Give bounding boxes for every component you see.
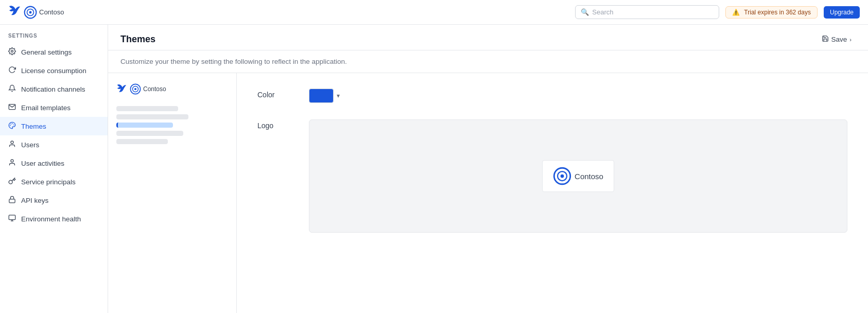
sidebar-label-service-principals: Service principals [21, 178, 76, 186]
theme-settings-panel: Color ▾ Logo [237, 73, 868, 313]
preview-bar-active [116, 123, 173, 128]
logo-upload-area[interactable]: Contoso [309, 119, 847, 233]
preview-bar-1 [116, 106, 178, 111]
topbar: Contoso 🔍 Search ⚠️ Trial expires in 362… [0, 0, 868, 25]
color-picker[interactable]: ▾ [309, 89, 340, 103]
logo-preview-box: Contoso [542, 160, 614, 192]
mail-icon [8, 103, 16, 112]
palette-icon [8, 121, 16, 131]
sidebar-section-label: SETTINGS [0, 33, 108, 43]
sidebar-label-general-settings: General settings [21, 48, 72, 56]
svg-point-6 [11, 124, 11, 124]
content-header: Themes Save › [108, 25, 868, 50]
trial-banner: ⚠️ Trial expires in 362 days [725, 6, 818, 19]
preview-bar-3 [116, 131, 183, 136]
main-layout: SETTINGS General settings License consum… [0, 25, 868, 313]
sidebar-item-notification-channels[interactable]: Notification channels [0, 80, 108, 98]
svg-rect-11 [9, 215, 15, 220]
contoso-label: Contoso [39, 8, 64, 16]
sidebar-item-email-templates[interactable]: Email templates [0, 98, 108, 117]
page-title: Themes [120, 34, 155, 45]
save-button[interactable]: Save › [818, 33, 856, 46]
search-placeholder: Search [592, 8, 613, 16]
activity-icon [8, 159, 16, 168]
logo-label: Logo [257, 119, 288, 130]
sidebar-label-email-templates: Email templates [21, 104, 71, 112]
content-area: Themes Save › Customize your theme by se… [108, 25, 868, 313]
sidebar-item-license-consumption[interactable]: License consumption [0, 61, 108, 80]
svg-point-5 [14, 125, 14, 125]
sidebar-item-user-activities[interactable]: User activities [0, 154, 108, 172]
content-description: Customize your theme by setting the foll… [108, 50, 868, 73]
api-key-icon [8, 196, 16, 205]
sidebar-label-api-keys: API keys [21, 197, 48, 204]
contoso-logo: Contoso [24, 6, 64, 19]
save-label: Save [831, 36, 847, 43]
preview-contoso-text: Contoso [143, 85, 166, 93]
warning-icon: ⚠️ [732, 9, 740, 16]
logo-setting-row: Logo Contoso [257, 119, 847, 233]
color-setting-row: Color ▾ [257, 89, 847, 103]
svg-point-16 [134, 88, 136, 90]
theme-body: Contoso Color ▾ [108, 73, 868, 313]
sidebar-item-themes[interactable]: Themes [0, 117, 108, 135]
gear-icon [8, 47, 16, 57]
preview-contoso-logo: Contoso [130, 83, 166, 95]
sidebar-label-license: License consumption [21, 67, 86, 75]
sidebar-label-notifications: Notification channels [21, 85, 85, 93]
sidebar-label-themes: Themes [21, 123, 46, 130]
save-icon [822, 35, 829, 44]
svg-point-8 [11, 141, 13, 144]
svg-point-19 [561, 175, 564, 178]
svg-point-2 [29, 11, 32, 13]
color-label: Color [257, 89, 288, 99]
sidebar-item-service-principals[interactable]: Service principals [0, 172, 108, 191]
svg-point-9 [11, 160, 13, 162]
bell-icon [8, 84, 16, 94]
sidebar-label-users: Users [21, 141, 39, 149]
sidebar-label-environment-health: Environment health [21, 215, 81, 223]
sidebar-item-general-settings[interactable]: General settings [0, 43, 108, 61]
sidebar-item-api-keys[interactable]: API keys [0, 191, 108, 210]
chevron-right-icon: › [849, 37, 852, 43]
topbar-right: 🔍 Search ⚠️ Trial expires in 362 days Up… [575, 5, 860, 19]
color-swatch[interactable] [309, 89, 334, 103]
trial-text: Trial expires in 362 days [744, 9, 811, 16]
preview-bar-4 [116, 139, 168, 144]
svg-rect-10 [9, 199, 15, 203]
upgrade-button[interactable]: Upgrade [824, 6, 860, 19]
search-box[interactable]: 🔍 Search [575, 5, 719, 19]
refresh-icon [8, 66, 16, 75]
logo-preview-text: Contoso [575, 172, 603, 181]
key-icon [8, 177, 16, 186]
sidebar-label-user-activities: User activities [21, 160, 64, 167]
bird-icon [8, 5, 21, 20]
search-icon: 🔍 [581, 8, 589, 16]
preview-logo-area: Contoso [108, 79, 236, 103]
preview-bar-2 [116, 114, 188, 119]
topbar-logo: Contoso [8, 5, 64, 20]
svg-point-4 [12, 124, 13, 124]
monitor-icon [8, 214, 16, 223]
preview-sidebar: Contoso [108, 73, 237, 313]
svg-point-3 [11, 50, 13, 53]
svg-point-7 [10, 126, 11, 126]
sidebar-item-users[interactable]: Users [0, 135, 108, 154]
chevron-down-icon[interactable]: ▾ [337, 92, 340, 99]
sidebar-item-environment-health[interactable]: Environment health [0, 210, 108, 228]
sidebar: SETTINGS General settings License consum… [0, 25, 108, 313]
user-icon [8, 140, 16, 149]
preview-bird-icon [116, 84, 127, 95]
